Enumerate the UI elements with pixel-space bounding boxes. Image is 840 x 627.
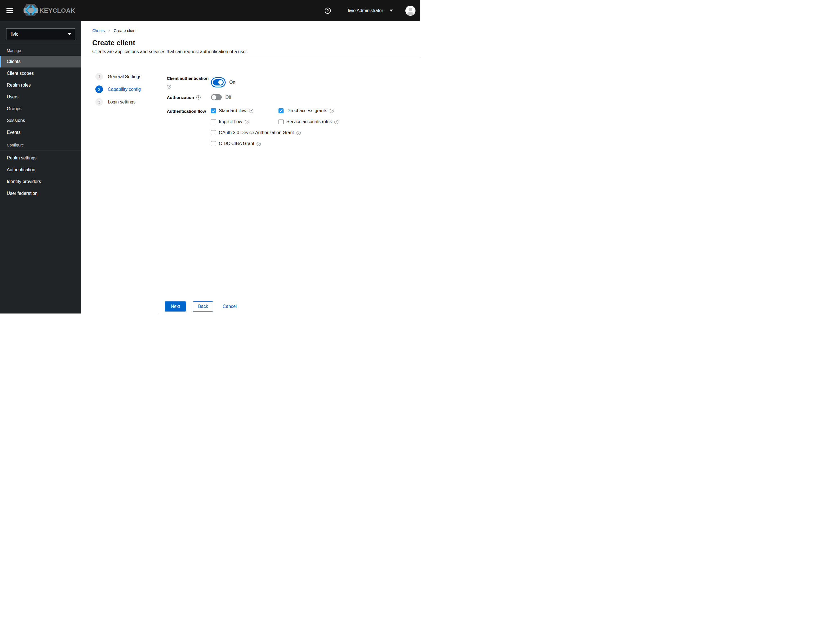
help-icon[interactable]: ? — [334, 120, 338, 124]
sidebar-item-label: User federation — [7, 191, 38, 196]
toggle-knob — [212, 95, 216, 99]
option-label: OIDC CIBA Grant — [219, 141, 254, 146]
direct-access-grants-checkbox[interactable] — [278, 108, 284, 113]
authorization-state: Off — [225, 95, 231, 100]
help-icon[interactable]: ? — [249, 109, 253, 113]
page-header: Clients › Create client Create client Cl… — [81, 21, 420, 58]
sidebar-item-label: Users — [7, 95, 19, 99]
brand-text: KEYCLOAK — [39, 7, 75, 14]
keycloak-logo-icon — [21, 3, 42, 18]
service-accounts-roles-checkbox[interactable] — [278, 119, 284, 124]
sidebar-item-events[interactable]: Events — [0, 126, 81, 138]
option-oauth-device-grant[interactable]: OAuth 2.0 Device Authorization Grant ? — [211, 130, 278, 135]
client-authentication-control: On — [211, 76, 235, 89]
next-button[interactable]: Next — [165, 301, 186, 312]
wizard-step-capability-config[interactable]: 2 Capability config — [95, 85, 158, 93]
option-implicit-flow[interactable]: Implicit flow ? — [211, 119, 278, 124]
authorization-toggle[interactable] — [211, 94, 222, 100]
toggle-knob — [218, 80, 223, 85]
help-icon[interactable]: ? — [167, 85, 171, 89]
implicit-flow-checkbox[interactable] — [211, 119, 216, 124]
step-number-badge: 1 — [95, 73, 103, 80]
sidebar-item-identity-providers[interactable]: Identity providers — [0, 176, 81, 187]
step-number-badge: 2 — [95, 85, 103, 93]
hamburger-menu-icon[interactable] — [6, 8, 13, 13]
keycloak-admin-console: KEYCLOAK ? livio Administrator livio — [0, 0, 420, 314]
breadcrumb-link-clients[interactable]: Clients — [92, 28, 105, 33]
realm-selector-area: livio — [0, 21, 81, 44]
sidebar-item-groups[interactable]: Groups — [0, 103, 81, 115]
sidebar-item-sessions[interactable]: Sessions — [0, 115, 81, 126]
oidc-ciba-grant-checkbox[interactable] — [211, 141, 216, 146]
sidebar-item-label: Clients — [7, 59, 21, 64]
nav-items-manage: Clients Client scopes Realm roles Users … — [0, 56, 81, 138]
capability-config-form: Client authentication ? On — [158, 58, 420, 314]
option-standard-flow[interactable]: Standard flow ? — [211, 108, 278, 113]
step-label: Login settings — [108, 99, 136, 105]
sidebar-item-users[interactable]: Users — [0, 91, 81, 103]
sidebar-item-label: Realm settings — [7, 156, 36, 161]
authentication-flow-options: Standard flow ? Implicit flow ? — [211, 108, 338, 152]
main-content: Clients › Create client Create client Cl… — [81, 21, 420, 314]
avatar[interactable] — [405, 6, 415, 16]
breadcrumb: Clients › Create client — [92, 28, 409, 33]
client-authentication-toggle[interactable] — [213, 79, 224, 85]
oauth-device-grant-checkbox[interactable] — [211, 130, 216, 135]
help-icon[interactable]: ? — [257, 142, 261, 146]
nav-items-configure: Realm settings Authentication Identity p… — [0, 150, 81, 199]
user-menu[interactable]: livio Administrator — [348, 8, 393, 13]
flow-options-column-2: Direct access grants ? Service accounts … — [278, 108, 338, 152]
sidebar-item-label: Realm roles — [7, 83, 31, 88]
standard-flow-checkbox[interactable] — [211, 108, 216, 113]
authentication-flow-label: Authentication flow — [167, 108, 211, 152]
wizard-body: 1 General Settings 2 Capability config 3… — [81, 58, 420, 314]
sidebar-nav: Manage Clients Client scopes Realm roles… — [0, 44, 81, 199]
sidebar-item-label: Sessions — [7, 118, 25, 123]
client-authentication-label-group: Client authentication ? — [167, 76, 211, 89]
user-menu-label: livio Administrator — [348, 8, 383, 13]
sidebar-item-realm-settings[interactable]: Realm settings — [0, 152, 81, 164]
sidebar-item-label: Groups — [7, 106, 21, 111]
help-icon[interactable]: ? — [330, 109, 334, 113]
wizard-steps-nav: 1 General Settings 2 Capability config 3… — [81, 58, 158, 314]
back-button[interactable]: Back — [193, 301, 213, 312]
keycloak-logo: KEYCLOAK — [21, 3, 75, 18]
authentication-flow-row: Authentication flow Standard flow ? — [167, 108, 420, 152]
realm-selector-value: livio — [11, 32, 19, 37]
nav-section-title-configure: Configure — [0, 138, 81, 150]
sidebar-item-user-federation[interactable]: User federation — [0, 187, 81, 199]
sidebar-item-realm-roles[interactable]: Realm roles — [0, 79, 81, 91]
sidebar-item-authentication[interactable]: Authentication — [0, 164, 81, 176]
flow-options-column-1: Standard flow ? Implicit flow ? — [211, 108, 278, 152]
option-label: Standard flow — [219, 108, 246, 113]
client-authentication-label: Client authentication — [167, 76, 208, 81]
help-icon[interactable]: ? — [196, 95, 201, 99]
sidebar-item-client-scopes[interactable]: Client scopes — [0, 68, 81, 79]
sidebar-item-label: Events — [7, 130, 21, 135]
option-label: Direct access grants — [286, 108, 327, 113]
chevron-down-icon — [68, 33, 71, 35]
topbar-right-group: ? livio Administrator — [325, 6, 420, 16]
cancel-button[interactable]: Cancel — [223, 301, 237, 312]
authorization-label: Authorization — [167, 95, 194, 100]
option-label: Implicit flow — [219, 119, 242, 124]
wizard-step-general-settings[interactable]: 1 General Settings — [95, 73, 158, 80]
step-number-badge: 3 — [95, 98, 103, 106]
help-icon[interactable]: ? — [245, 120, 249, 124]
sidebar: livio Manage Clients Client scopes Realm… — [0, 21, 81, 314]
chevron-down-icon — [390, 9, 393, 11]
page-title: Create client — [92, 39, 409, 47]
authorization-row: Authorization ? Off — [167, 93, 420, 101]
help-icon[interactable]: ? — [325, 8, 331, 14]
sidebar-item-label: Identity providers — [7, 179, 41, 184]
wizard-step-login-settings[interactable]: 3 Login settings — [95, 98, 158, 106]
authorization-control: Off — [211, 94, 231, 100]
option-direct-access-grants[interactable]: Direct access grants ? — [278, 108, 338, 113]
page-subtitle: Clients are applications and services th… — [92, 49, 409, 58]
step-label: Capability config — [108, 87, 141, 92]
top-bar: KEYCLOAK ? livio Administrator — [0, 0, 420, 21]
option-oidc-ciba-grant[interactable]: OIDC CIBA Grant ? — [211, 141, 278, 147]
sidebar-item-clients[interactable]: Clients — [0, 56, 81, 68]
option-service-accounts-roles[interactable]: Service accounts roles ? — [278, 119, 338, 124]
realm-selector[interactable]: livio — [6, 28, 75, 40]
